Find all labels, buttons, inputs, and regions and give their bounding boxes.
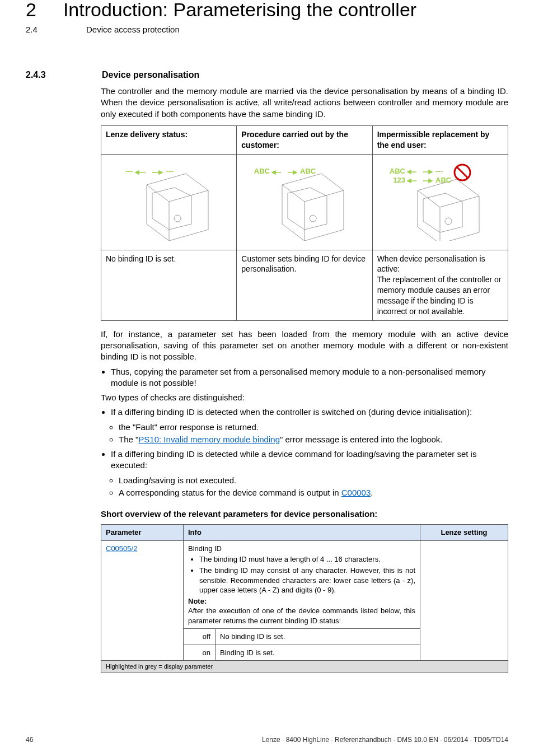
link-ps10[interactable]: PS10: Invalid memory module binding xyxy=(138,435,280,444)
para-after-table: If, for instance, a parameter set has be… xyxy=(101,329,508,363)
bullet-copy: Thus, copying the parameter set from a p… xyxy=(111,366,508,389)
cross-icon xyxy=(455,165,470,180)
svg-marker-20 xyxy=(407,170,411,174)
illus-figure-3: ABC --- 123 ABC xyxy=(377,158,503,246)
check2: If a differing binding ID is detected wh… xyxy=(111,449,476,470)
illus-desc-3: When device personalisation is active: T… xyxy=(372,250,508,320)
off-text: No binding ID is set. xyxy=(216,629,420,645)
check2b: A corresponding status for the device co… xyxy=(119,487,508,498)
off-label: off xyxy=(184,629,216,645)
svg-text:ABC: ABC xyxy=(300,167,316,175)
svg-marker-11 xyxy=(272,171,275,174)
svg-text:ABC: ABC xyxy=(390,167,406,175)
svg-marker-4 xyxy=(135,171,139,174)
svg-text:ABC: ABC xyxy=(254,167,270,175)
check1: If a differing binding ID is detected wh… xyxy=(111,407,472,417)
section-title: Device access protection xyxy=(86,25,180,34)
illus-head-1: Lenze delivery status: xyxy=(101,125,237,154)
svg-text:ABC: ABC xyxy=(435,176,452,184)
subsection-number: 2.4.3 xyxy=(26,70,75,80)
svg-marker-22 xyxy=(429,170,432,174)
footer-doc-info: Lenze · 8400 HighLine · Referenzhandbuch… xyxy=(262,736,508,744)
svg-text:---: --- xyxy=(435,167,443,175)
info-cell: Binding ID The binding ID must have a le… xyxy=(184,540,420,628)
page-number: 46 xyxy=(26,736,33,744)
illus-figure-1: --- --- xyxy=(106,158,232,246)
svg-line-28 xyxy=(457,167,468,178)
on-text: Binding ID is set. xyxy=(216,645,420,661)
illustration-table: Lenze delivery status: Procedure carried… xyxy=(101,125,508,321)
svg-marker-26 xyxy=(429,179,432,183)
table-footnote: Highlighted in grey = display parameter xyxy=(101,661,508,673)
lenze-setting-cell xyxy=(420,540,508,660)
svg-point-0 xyxy=(174,215,181,222)
svg-text:---: --- xyxy=(166,167,174,175)
on-label: on xyxy=(184,645,216,661)
th-lenze: Lenze setting xyxy=(420,525,508,541)
divider-dashes: _ _ _ _ _ _ _ _ _ _ _ _ _ _ _ _ _ _ _ _ … xyxy=(26,50,508,59)
th-info: Info xyxy=(184,525,420,541)
check2a: Loading/saving is not executed. xyxy=(119,475,508,486)
link-c00003[interactable]: C00003 xyxy=(341,488,371,497)
param-subhead: Short overview of the relevant parameter… xyxy=(101,508,508,520)
section-number: 2.4 xyxy=(26,25,59,34)
svg-marker-13 xyxy=(293,171,297,174)
svg-point-14 xyxy=(445,218,452,225)
intro-paragraph: The controller and the memory module are… xyxy=(101,86,508,120)
svg-marker-24 xyxy=(407,179,411,183)
illus-head-3: Impermissible replacement by the end use… xyxy=(372,125,508,154)
illus-head-2: Procedure carried out by the customer: xyxy=(237,125,372,154)
two-types-intro: Two types of checks are distinguished: xyxy=(101,392,508,403)
illus-figure-2: ABC ABC xyxy=(241,158,367,246)
illus-desc-2: Customer sets binding ID for device pers… xyxy=(237,250,372,320)
parameter-table: Parameter Info Lenze setting C00505/2 Bi… xyxy=(101,524,508,673)
svg-text:123: 123 xyxy=(394,176,406,184)
svg-text:---: --- xyxy=(125,167,133,175)
svg-point-7 xyxy=(310,215,316,222)
svg-marker-6 xyxy=(159,171,162,174)
check1a: the "Fault" error response is returned. xyxy=(119,422,508,433)
link-c00505-2[interactable]: C00505/2 xyxy=(106,544,137,553)
th-parameter: Parameter xyxy=(101,525,184,541)
check1b: The "PS10: Invalid memory module binding… xyxy=(119,434,508,445)
chapter-title: Introduction: Parameterising the control… xyxy=(63,0,416,19)
subsection-title: Device personalisation xyxy=(102,70,199,80)
illus-desc-1: No binding ID is set. xyxy=(101,250,237,320)
chapter-number: 2 xyxy=(26,0,36,19)
